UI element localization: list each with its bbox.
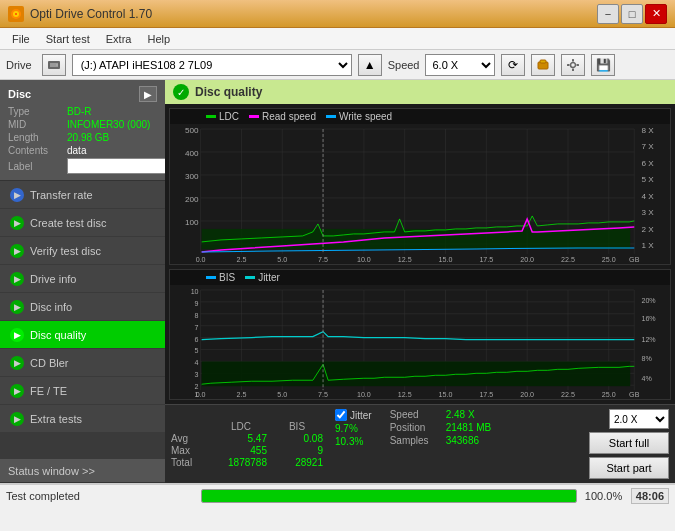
svg-text:20.0: 20.0 [520,256,534,263]
stats-bis-header: BIS [271,421,323,432]
svg-text:8 X: 8 X [641,126,654,135]
svg-text:4 X: 4 X [641,192,654,201]
sidebar-item-extra-tests[interactable]: ▶ Extra tests [0,405,165,433]
sidebar-item-verify-test-disc[interactable]: ▶ Verify test disc [0,237,165,265]
max-bis: 9 [271,445,323,456]
svg-text:2: 2 [195,383,199,390]
drive-info-label: Drive info [30,273,76,285]
position-label: Position [390,422,442,433]
svg-text:15.0: 15.0 [439,256,453,263]
svg-text:15.0: 15.0 [439,391,453,398]
cd-bler-icon: ▶ [10,356,24,370]
menu-file[interactable]: File [4,31,38,47]
legend-read-speed: Read speed [249,111,316,122]
position-value: 21481 MB [446,422,492,433]
disc-quality-icon: ▶ [10,328,24,342]
drive-icon-btn[interactable] [42,54,66,76]
sidebar-item-create-test-disc[interactable]: ▶ Create test disc [0,209,165,237]
jitter-check-row: Jitter [335,409,372,421]
menu-help[interactable]: Help [139,31,178,47]
ldc-color [206,115,216,118]
svg-text:7.5: 7.5 [318,391,328,398]
svg-rect-11 [567,64,570,66]
svg-text:17.5: 17.5 [479,256,493,263]
sidebar-item-disc-info[interactable]: ▶ Disc info [0,293,165,321]
svg-text:3: 3 [195,371,199,378]
svg-text:3 X: 3 X [641,208,654,217]
legend-write-speed: Write speed [326,111,392,122]
speed-combo[interactable]: 2.0 X4.0 X6.0 X [609,409,669,429]
svg-text:0.0: 0.0 [196,391,206,398]
disc-arrow-button[interactable]: ▶ [139,86,157,102]
top-chart-svg: 500 400 300 200 100 8 X 7 X 6 X 5 X 4 X … [170,124,670,264]
sidebar: Disc ▶ Type BD-R MID INFOMER30 (000) Len… [0,80,165,483]
svg-text:7.5: 7.5 [318,256,328,263]
content-area: ✓ Disc quality LDC Read speed [165,80,675,483]
stats-ldc-header: LDC [215,421,267,432]
svg-point-2 [15,13,17,15]
svg-text:200: 200 [185,195,199,204]
progress-bar-fill [202,490,576,502]
status-window-button[interactable]: Status window >> [0,459,165,483]
bis-label: BIS [219,272,235,283]
avg-jitter: 9.7% [335,423,372,434]
jitter-check-label: Jitter [350,410,372,421]
sidebar-item-cd-bler[interactable]: ▶ CD Bler [0,349,165,377]
save-button[interactable]: 💾 [591,54,615,76]
sidebar-item-fe-te[interactable]: ▶ FE / TE [0,377,165,405]
start-part-button[interactable]: Start part [589,457,669,479]
menu-start-test[interactable]: Start test [38,31,98,47]
svg-text:5: 5 [195,347,199,354]
svg-text:400: 400 [185,149,199,158]
svg-text:5.0: 5.0 [277,391,287,398]
svg-text:10: 10 [191,288,199,295]
svg-rect-32 [202,229,631,249]
minimize-button[interactable]: − [597,4,619,24]
samples-label: Samples [390,435,442,446]
svg-text:1 X: 1 X [641,241,654,250]
close-button[interactable]: ✕ [645,4,667,24]
extra-tests-icon: ▶ [10,412,24,426]
svg-text:17.5: 17.5 [479,391,493,398]
svg-text:20.0: 20.0 [520,391,534,398]
svg-text:25.0: 25.0 [602,391,616,398]
title-bar: Opti Drive Control 1.70 − □ ✕ [0,0,675,28]
samples-value: 343686 [446,435,479,446]
svg-text:20%: 20% [641,297,655,304]
transfer-rate-label: Transfer rate [30,189,93,201]
jitter-checkbox[interactable] [335,409,347,421]
svg-text:25.0: 25.0 [602,256,616,263]
refresh-button[interactable]: ⟳ [501,54,525,76]
avg-bis: 0.08 [271,433,323,444]
disc-quality-label: Disc quality [30,329,86,341]
speed-stat-label: Speed [390,409,442,420]
start-full-button[interactable]: Start full [589,432,669,454]
svg-text:12%: 12% [641,336,655,343]
sidebar-item-transfer-rate[interactable]: ▶ Transfer rate [0,181,165,209]
drive-select[interactable]: (J:) ATAPI iHES108 2 7L09 [72,54,352,76]
svg-text:8: 8 [195,312,199,319]
cd-bler-label: CD Bler [30,357,69,369]
jitter-label: Jitter [258,272,280,283]
svg-text:0.0: 0.0 [196,256,206,263]
sidebar-item-disc-quality[interactable]: ▶ Disc quality [0,321,165,349]
menu-extra[interactable]: Extra [98,31,140,47]
svg-text:6 X: 6 X [641,159,654,168]
svg-text:GB: GB [629,391,640,398]
maximize-button[interactable]: □ [621,4,643,24]
dq-title: Disc quality [195,85,262,99]
svg-text:8%: 8% [641,355,651,362]
erase-button[interactable] [531,54,555,76]
settings-button[interactable] [561,54,585,76]
read-speed-color [249,115,259,118]
app-icon [8,6,24,22]
legend-ldc: LDC [206,111,239,122]
speed-stat-value: 2.48 X [446,409,475,420]
speed-select[interactable]: 6.0 X [425,54,495,76]
eject-button[interactable]: ▲ [358,54,382,76]
legend-jitter: Jitter [245,272,280,283]
jitter-color [245,276,255,279]
sidebar-item-drive-info[interactable]: ▶ Drive info [0,265,165,293]
disc-mid-label: MID [8,119,63,130]
write-speed-color [326,115,336,118]
